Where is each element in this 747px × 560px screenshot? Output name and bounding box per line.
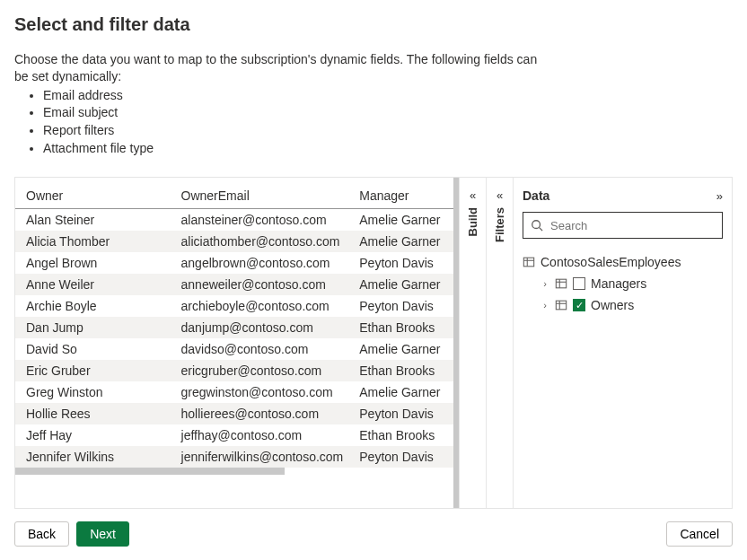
table-row[interactable]: Eric Gruberericgruber@contoso.comEthan B… [15,360,453,381]
datasource-label: ContosoSalesEmployees [540,255,681,269]
chevron-left-double-icon: « [470,188,476,202]
svg-rect-2 [523,258,533,267]
cell-manager: Ethan Brooks [348,317,453,338]
datasource-node[interactable]: ContosoSalesEmployees [523,251,723,273]
table-icon [523,256,535,268]
table-row[interactable]: Alicia Thomberaliciathomber@contoso.comA… [15,231,453,252]
cell-manager: Amelie Garner [348,231,453,252]
cell-manager: Amelie Garner [348,381,453,403]
cell-owner: Jennifer Wilkins [15,446,171,468]
footer: Back Next Cancel [14,521,733,547]
cell-email: jenniferwilkins@contoso.com [171,446,349,468]
table-row[interactable]: Jeff Hayjeffhay@contoso.comEthan Brooks [15,424,453,446]
cancel-button[interactable]: Cancel [666,521,733,547]
field-label: Managers [591,276,646,291]
cell-email: jeffhay@contoso.com [171,424,349,446]
cell-owner: Greg Winston [15,381,171,403]
cell-manager: Peyton Davis [348,446,453,468]
cell-email: gregwinston@contoso.com [171,381,349,403]
checkbox[interactable]: ✓ [573,299,585,311]
table-row[interactable]: David Sodavidso@contoso.comAmelie Garner [15,338,453,360]
table-row[interactable]: Jennifer Wilkinsjenniferwilkins@contoso.… [15,446,453,468]
table-icon [555,277,567,290]
table-icon [555,299,567,311]
cell-email: anneweiler@contoso.com [171,274,349,295]
workspace: Owner OwnerEmail Manager Alan Steinerala… [14,177,733,509]
checkbox[interactable] [573,277,585,290]
table-row[interactable]: Greg Winstongregwinston@contoso.comAmeli… [15,381,453,403]
cell-email: aliciathomber@contoso.com [171,231,349,252]
data-tree: ContosoSalesEmployees ›Managers›✓Owners [523,251,723,316]
cell-manager: Ethan Brooks [348,424,453,446]
intro-text: Choose the data you want to map to the s… [14,51,553,85]
intro-bullet-list: Email address Email subject Report filte… [14,87,733,157]
back-button[interactable]: Back [14,521,69,547]
table-row[interactable]: Hollie Reeshollierees@contoso.comPeyton … [15,403,453,424]
column-header-manager[interactable]: Manager [348,183,453,209]
cell-email: ericgruber@contoso.com [171,360,349,381]
cell-email: davidso@contoso.com [171,338,349,360]
cell-manager: Amelie Garner [348,209,453,232]
data-table-wrapper[interactable]: Owner OwnerEmail Manager Alan Steinerala… [15,178,453,508]
data-panel: Data » ContosoSalesEmployees ›Managers›✓… [513,178,732,508]
svg-rect-5 [556,279,566,288]
column-header-email[interactable]: OwnerEmail [171,183,349,209]
cell-manager: Peyton Davis [348,295,453,317]
svg-line-1 [540,228,543,232]
intro-bullet: Email subject [43,104,733,122]
table-row[interactable]: Alan Steineralansteiner@contoso.comAmeli… [15,209,453,232]
intro-bullet: Attachment file type [43,140,733,158]
page-title: Select and filter data [14,14,733,35]
table-row[interactable]: Angel Brownangelbrown@contoso.comPeyton … [15,252,453,274]
data-panel-title: Data [523,188,549,203]
cell-email: angelbrown@contoso.com [171,252,349,274]
search-icon [531,219,543,232]
table-row[interactable]: Anne Weileranneweiler@contoso.comAmelie … [15,274,453,295]
chevron-right-icon: › [540,278,549,289]
cell-owner: Alicia Thomber [15,231,171,252]
intro-bullet: Email address [43,87,733,105]
cell-owner: Alan Steiner [15,209,171,232]
cell-owner: Anne Weiler [15,274,171,295]
next-button[interactable]: Next [76,521,129,547]
cell-manager: Peyton Davis [348,403,453,424]
field-node[interactable]: ›Managers [523,273,723,294]
search-input[interactable] [549,218,715,233]
field-label: Owners [591,298,634,312]
cell-email: danjump@contoso.com [171,317,349,338]
cell-owner: Archie Boyle [15,295,171,317]
cell-email: alansteiner@contoso.com [171,209,349,232]
svg-point-0 [532,221,540,229]
horizontal-scrollbar[interactable] [15,468,285,475]
cell-owner: Jeff Hay [15,424,171,446]
cell-owner: Hollie Rees [15,403,171,424]
build-rail-label: Build [466,207,479,239]
table-row[interactable]: Dan Jumpdanjump@contoso.comEthan Brooks [15,317,453,338]
cell-manager: Amelie Garner [348,338,453,360]
cell-manager: Peyton Davis [348,252,453,274]
intro-bullet: Report filters [43,122,733,140]
chevron-left-double-icon: « [497,188,503,202]
filters-rail-label: Filters [493,207,506,244]
svg-rect-8 [556,301,566,310]
filters-rail[interactable]: « Filters [486,178,513,508]
table-row[interactable]: Archie Boylearchieboyle@contoso.comPeyto… [15,295,453,317]
cell-owner: Angel Brown [15,252,171,274]
cell-owner: Dan Jump [15,317,171,338]
chevron-right-icon: › [540,300,549,311]
field-node[interactable]: ›✓Owners [523,294,723,316]
cell-owner: David So [15,338,171,360]
cell-email: archieboyle@contoso.com [171,295,349,317]
cell-email: hollierees@contoso.com [171,403,349,424]
chevron-right-double-icon[interactable]: » [716,189,723,203]
data-table: Owner OwnerEmail Manager Alan Steinerala… [15,183,453,468]
build-rail[interactable]: « Build [459,178,486,508]
cell-manager: Amelie Garner [348,274,453,295]
search-box[interactable] [523,212,723,239]
cell-owner: Eric Gruber [15,360,171,381]
cell-manager: Ethan Brooks [348,360,453,381]
column-header-owner[interactable]: Owner [15,183,171,209]
